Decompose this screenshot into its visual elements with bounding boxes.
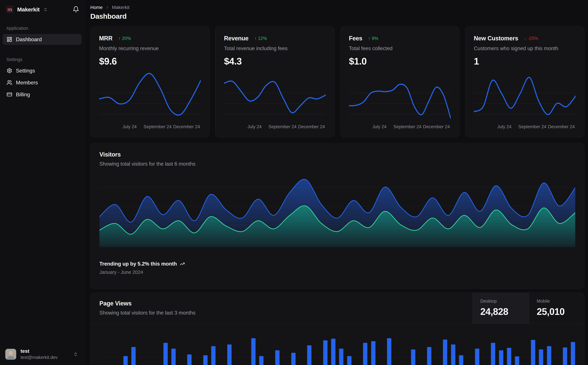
bar	[123, 356, 128, 365]
visitors-trend-text: Trending up by 5.2% this month	[99, 261, 177, 267]
chevrons-up-down-icon	[73, 352, 78, 357]
stat-chart-axis: July 24 September 24 December 24	[99, 123, 201, 130]
axis-label: September 24	[393, 124, 422, 129]
axis-label: December 24	[173, 124, 200, 129]
delta-badge: ↑12%	[254, 36, 267, 41]
stat-title: MRR	[99, 35, 112, 42]
page-views-subtitle: Showing total visitors for the last 3 mo…	[99, 310, 195, 316]
bar	[515, 356, 519, 365]
page-title: Dashboard	[90, 12, 584, 21]
stat-value: 1	[474, 56, 576, 67]
toggle-value: 25,010	[537, 306, 584, 317]
bar	[251, 338, 256, 365]
breadcrumb-home-link[interactable]: Home	[90, 5, 103, 10]
gear-icon	[7, 68, 12, 73]
visitors-trend: Trending up by 5.2% this month	[99, 261, 575, 267]
toggle-mobile[interactable]: Mobile 25,010	[529, 293, 584, 323]
stat-card-header: New Customers ↓-25%	[474, 35, 576, 42]
bar	[507, 348, 511, 365]
stat-card-header: Revenue ↑12%	[224, 35, 326, 42]
bar	[443, 339, 447, 365]
arrow-up-icon: ↑	[118, 36, 121, 41]
credit-card-icon	[7, 92, 12, 97]
visitors-period: January - June 2024	[99, 270, 575, 275]
bar	[475, 349, 479, 365]
sidebar-item-settings[interactable]: Settings	[3, 65, 82, 76]
bar	[451, 344, 455, 365]
page-views-card: Page Views Showing total visitors for th…	[90, 293, 584, 365]
chevrons-up-down-icon	[43, 7, 48, 12]
stat-card-header: MRR ↑20%	[99, 35, 201, 42]
main-content: Home Makerkit Dashboard MRR ↑20% Monthly…	[84, 0, 588, 365]
visitors-chart	[99, 174, 575, 247]
stat-card-new-customers: New Customers ↓-25% Customers who signed…	[465, 27, 584, 137]
nav-section-settings: Settings	[6, 57, 82, 62]
sidebar-nav: Application Dashboard Settings Settings …	[0, 26, 84, 100]
bar	[531, 340, 535, 365]
notifications-button[interactable]	[73, 6, 79, 13]
toggle-label: Mobile	[537, 299, 584, 304]
arrow-up-icon: ↑	[254, 36, 257, 41]
arrow-down-icon: ↓	[524, 36, 526, 41]
stat-chart-axis: July 24 September 24 December 24	[349, 123, 451, 130]
user-email: test@makerkit.dev	[21, 355, 58, 360]
users-icon	[7, 80, 12, 85]
stat-title: New Customers	[474, 35, 518, 42]
sidebar-item-dashboard[interactable]: Dashboard	[3, 34, 82, 45]
workspace-switcher[interactable]: m Makerkit	[6, 6, 48, 13]
page-views-title: Page Views	[99, 300, 195, 307]
bar	[371, 341, 375, 365]
stat-chart-axis: July 24 September 24 December 24	[224, 123, 326, 130]
visitors-title: Visitors	[99, 151, 575, 158]
stat-card-revenue: Revenue ↑12% Total revenue including fee…	[215, 27, 334, 137]
user-meta: test test@makerkit.dev	[21, 348, 58, 360]
stat-title: Fees	[349, 35, 362, 42]
stat-description: Monthly recurring revenue	[99, 45, 201, 51]
bar	[259, 356, 263, 365]
app-logo: m	[6, 6, 14, 13]
axis-label: December 24	[423, 124, 450, 129]
bar	[291, 353, 296, 365]
sidebar-item-label: Members	[16, 80, 38, 86]
bar	[347, 356, 352, 365]
stat-chart	[224, 69, 326, 122]
user-menu[interactable]: test test@makerkit.dev	[0, 344, 84, 365]
bar	[491, 343, 495, 365]
logo-letter: m	[7, 7, 12, 12]
bar	[307, 345, 311, 365]
axis-label: September 24	[518, 124, 546, 129]
sidebar-item-label: Dashboard	[16, 36, 42, 42]
sidebar-item-label: Settings	[16, 68, 35, 74]
axis-label: July 24	[248, 124, 262, 129]
user-name: test	[21, 348, 58, 354]
toggle-desktop[interactable]: Desktop 24,828	[473, 293, 529, 323]
delta-badge: ↓-25%	[524, 36, 538, 41]
bar	[211, 346, 215, 365]
stat-card-mrr: MRR ↑20% Monthly recurring revenue $9.6 …	[90, 27, 210, 137]
bar	[275, 350, 280, 365]
toggle-label: Desktop	[480, 299, 529, 304]
bar	[539, 350, 543, 365]
breadcrumb: Home Makerkit	[90, 5, 584, 10]
stat-description: Customers who signed up this month	[474, 45, 576, 51]
page-views-bar-chart	[99, 330, 575, 365]
sidebar-header: m Makerkit	[0, 0, 84, 13]
axis-label: December 24	[548, 124, 575, 129]
page-views-header-left: Page Views Showing total visitors for th…	[90, 293, 204, 323]
sidebar-item-billing[interactable]: Billing	[3, 89, 82, 100]
axis-label: July 24	[497, 124, 512, 129]
arrow-up-icon: ↑	[368, 36, 371, 41]
bar	[499, 350, 503, 365]
nav-section-application: Application	[6, 26, 82, 31]
bar	[427, 347, 431, 365]
bar	[331, 339, 335, 365]
bar	[203, 355, 208, 365]
bar	[571, 342, 575, 365]
avatar	[5, 349, 16, 360]
sidebar-item-members[interactable]: Members	[3, 77, 82, 88]
stat-chart	[99, 69, 201, 122]
bar	[363, 343, 367, 365]
axis-label: September 24	[269, 124, 297, 129]
bar	[339, 349, 343, 365]
axis-label: July 24	[372, 124, 387, 129]
